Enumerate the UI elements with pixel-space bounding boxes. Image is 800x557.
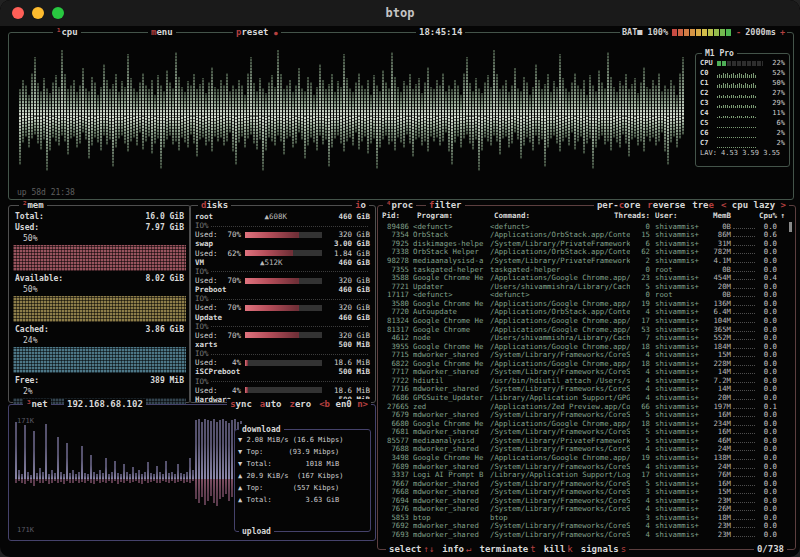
proc-mem-graph — [733, 249, 755, 254]
cpu-graph-column — [88, 41, 90, 191]
menu-button[interactable]: menu — [148, 27, 176, 38]
cpu-graph-column — [526, 41, 528, 191]
disk-used-meter — [245, 387, 322, 393]
proc-row[interactable]: 3588Google Chrome He/Applications/Google… — [382, 273, 785, 282]
net-down-bar — [72, 470, 74, 479]
proc-row[interactable]: 7686GPGSuite_Updater/Library/Application… — [382, 393, 785, 402]
proc-row[interactable]: 81317Google Chrome/Applications/Google C… — [382, 325, 785, 334]
net-down-bar — [138, 470, 140, 479]
net-up-bar — [132, 479, 134, 482]
proc-row[interactable]: 5853btopbtop3shivammis+18M0.0 — [382, 513, 785, 522]
proc-filter-button[interactable]: filter — [426, 200, 465, 211]
preset-button[interactable]: preset ● — [233, 27, 281, 38]
proc-footer-kill-button[interactable]: killk — [544, 544, 573, 555]
proc-row[interactable]: 7720Autoupdate/Applications/OrbStack.app… — [382, 308, 785, 317]
proc-row[interactable]: 7694mdworker_shared/System/Library/Frame… — [382, 496, 785, 505]
cpu-graph-column — [676, 41, 678, 191]
cpu-graph-column — [43, 41, 45, 191]
net-up-bar — [177, 479, 179, 482]
cpu-graph-column — [403, 41, 405, 191]
proc-row[interactable]: 3580Google Chrome He/Applications/Google… — [382, 299, 785, 308]
proc-mem-graph — [733, 232, 755, 237]
proc-row[interactable]: 6680Google Chrome He/Applications/Google… — [382, 419, 785, 428]
proc-row[interactable]: 7721Updater/Users/shivammishra/Library/C… — [382, 282, 785, 291]
cpu-graph-column — [631, 41, 633, 191]
proc-row[interactable]: 89486<defunct><defunct>0shivammis+0B0.0 — [382, 222, 785, 231]
disk-used-row: Used:70%320 GiB — [195, 303, 370, 312]
net-down-bar — [57, 437, 59, 479]
proc-row[interactable]: 17117<defunct><defunct>0root0B0.0 — [382, 291, 785, 300]
proc-row[interactable]: 27665zed/Applications/Zed Preview.app/Co… — [382, 402, 785, 411]
proc-row[interactable]: 7722hdiutil/usr/bin/hdiutil attach /User… — [382, 376, 785, 385]
net-zero-button[interactable]: zero — [290, 399, 312, 410]
cpu-graph-column — [478, 41, 480, 191]
net-auto-button[interactable]: auto — [260, 399, 282, 410]
cpu-graph-column — [625, 41, 627, 191]
net-sync-button[interactable]: sync — [230, 399, 252, 410]
net-up-bar — [222, 479, 224, 497]
proc-sort-selector[interactable]: < cpu lazy > — [721, 200, 786, 211]
proc-row[interactable]: 7681mdworker_shared/System/Library/Frame… — [382, 428, 785, 437]
cpu-graph-column — [253, 41, 255, 191]
proc-row[interactable]: 7693mdworker_shared/System/Library/Frame… — [382, 530, 785, 539]
proc-row[interactable]: 98278mediaanalysisd-a/System/Library/Pri… — [382, 256, 785, 265]
battery-block — [696, 29, 701, 36]
proc-row[interactable]: 3498Google Chrome He/Applications/Google… — [382, 453, 785, 462]
proc-row[interactable]: 7676mdworker_shared/System/Library/Frame… — [382, 505, 785, 514]
proc-reverse-toggle[interactable]: reverse — [647, 200, 685, 211]
net-down-bar — [51, 470, 53, 479]
net-up-bar — [75, 479, 77, 481]
cpu-graph-column — [532, 41, 534, 191]
proc-row[interactable]: 7354OrbStack/Applications/OrbStack.app/C… — [382, 231, 785, 240]
net-down-bar — [201, 422, 203, 479]
proc-row[interactable]: 3955Google Chrome He/Applications/Google… — [382, 342, 785, 351]
cpu-graph-column — [256, 41, 258, 191]
net-down-bar — [24, 425, 26, 479]
proc-scrollbar[interactable] — [789, 222, 792, 232]
cpu-graph-column — [505, 41, 507, 191]
proc-row[interactable]: 81324Google Chrome He/Applications/Googl… — [382, 316, 785, 325]
proc-row[interactable]: 7668mdworker_shared/System/Library/Frame… — [382, 487, 785, 496]
proc-row[interactable]: 7688mdworker_shared/System/Library/Frame… — [382, 445, 785, 454]
proc-row[interactable]: 7689mdworker_shared/System/Library/Frame… — [382, 462, 785, 471]
sort-arrow-icon[interactable]: ↑ — [777, 211, 785, 220]
proc-row[interactable]: 3337Logi AI Prompt B/Library/Application… — [382, 470, 785, 479]
net-up-bar — [114, 479, 116, 481]
disk-io-row: IO% — [195, 322, 370, 331]
interval-increase-button[interactable]: + — [780, 27, 785, 38]
proc-row[interactable]: 7717mdworker_shared/System/Library/Frame… — [382, 368, 785, 377]
proc-row[interactable]: 7692mdworker_shared/System/Library/Frame… — [382, 522, 785, 531]
proc-percore-toggle[interactable]: per-core — [597, 200, 640, 211]
proc-footer-info-button[interactable]: info↵ — [442, 544, 471, 555]
net-iface-switcher[interactable]: <b en0 n> — [319, 399, 368, 410]
proc-footer-terminate-button[interactable]: terminatet — [479, 544, 535, 555]
net-up-bar — [54, 479, 56, 481]
proc-row[interactable]: 7715mdworker_shared/System/Library/Frame… — [382, 350, 785, 359]
cpu-graph-column — [550, 41, 552, 191]
net-download-title: download — [239, 424, 284, 435]
disk-used-meter — [245, 232, 322, 238]
proc-row[interactable]: 7338OrbStack Helper/Applications/OrbStac… — [382, 248, 785, 257]
cpu-graph-column — [220, 41, 222, 191]
mem-entry-row: Cached:3.86 GiB — [13, 324, 186, 335]
proc-row[interactable]: 7355taskgated-helpertaskgated-helper0roo… — [382, 265, 785, 274]
proc-row[interactable]: 7679mdworker_shared/System/Library/Frame… — [382, 410, 785, 419]
cpu-graph-column — [133, 41, 135, 191]
proc-footer-select-button[interactable]: select↑↓ — [389, 544, 434, 555]
net-up-bar — [48, 479, 50, 484]
cpu-graph-column — [346, 41, 348, 191]
proc-row[interactable]: 85577mediaanalysisd/System/Library/Priva… — [382, 436, 785, 445]
net-up-bar — [42, 479, 44, 483]
disks-io-toggle[interactable]: io — [352, 200, 369, 211]
proc-row[interactable]: 6822Google Chrome He/Applications/Google… — [382, 359, 785, 368]
cpu-graph-column — [592, 41, 594, 191]
cpu-graph-column — [352, 41, 354, 191]
proc-tree-toggle[interactable]: tree — [692, 200, 714, 211]
proc-row[interactable]: 4612node/Users/shivammishra/Library/Cach… — [382, 333, 785, 342]
proc-row[interactable]: 7925diskimages-helpe/System/Library/Priv… — [382, 239, 785, 248]
proc-footer-signals-button[interactable]: signalss — [581, 544, 626, 555]
proc-row[interactable]: 7667mdworker_shared/System/Library/Frame… — [382, 479, 785, 488]
cpu-graph-column — [673, 41, 675, 191]
interval-decrease-button[interactable]: - — [736, 27, 741, 38]
proc-row[interactable]: 7716mdworker_shared/System/Library/Frame… — [382, 385, 785, 394]
